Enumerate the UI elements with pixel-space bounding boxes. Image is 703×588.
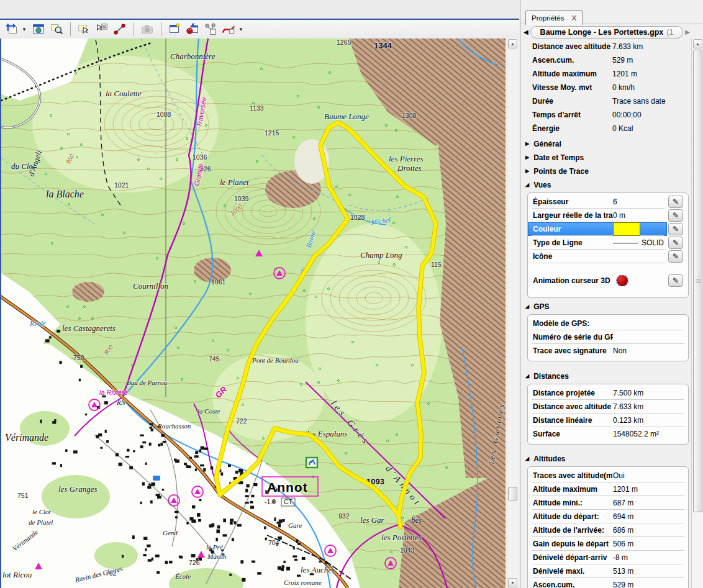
gps-property-row[interactable]: Modèle de GPS: <box>528 317 688 330</box>
section-header-collapsed[interactable]: ▶ Général <box>525 138 681 150</box>
property-row[interactable]: Distance avec altitude 7.633 km <box>527 40 689 53</box>
property-label: Altitude maximum <box>532 70 612 78</box>
gps-property-row[interactable]: Trace avec signature Non <box>528 344 688 358</box>
distance-property-row[interactable]: Distance projetée 7.500 km <box>528 386 688 400</box>
view-property-row[interactable]: Couleur ✎ <box>528 222 688 236</box>
map-label: 745 <box>209 355 220 363</box>
toolbar-separator <box>70 22 71 36</box>
altitude-property-row[interactable]: Altitude maximum 1201 m <box>528 482 688 496</box>
link-windows-tool-button[interactable] <box>202 22 219 37</box>
view-property-row[interactable]: Icône ✎ <box>528 250 688 263</box>
map-label: Martin <box>207 553 227 560</box>
altitude-property-row[interactable]: Dénivelé départ-arriv -8 m <box>528 551 688 564</box>
property-label: Temps d'arrêt <box>532 111 612 119</box>
track-title-pill[interactable]: Baume Longe - Les Portettes.gpx (1 <box>530 26 684 38</box>
altitude-property-row[interactable]: Dénivelé maxi. 513 m <box>528 564 688 578</box>
property-label: Surface <box>533 430 613 438</box>
gps-group: Modèle de GPS: Numéro de série du GPS Tr… <box>527 314 689 361</box>
edit-note-tool-button[interactable] <box>94 22 111 37</box>
map-label: 1215 <box>265 129 279 137</box>
map-label: Pont de Bourdou <box>252 356 299 364</box>
map-label: 1061 <box>211 278 226 286</box>
property-value: 1201 m <box>612 70 684 78</box>
prev-track-button[interactable]: ◀ <box>524 29 528 35</box>
map-scroll-up-button[interactable]: ▲ <box>508 39 517 48</box>
altitude-property-row[interactable]: Traces avec altitude(m) Oui <box>528 469 688 482</box>
property-row[interactable]: Durée Trace sans date <box>527 94 689 108</box>
select-note-tool-button[interactable] <box>76 22 93 37</box>
new-map-window-tool-button[interactable] <box>166 22 183 37</box>
map-label: RN <box>116 399 126 406</box>
view-property-row[interactable]: Type de Ligne SOLID ✎ <box>528 236 688 250</box>
section-header-vues[interactable]: ◢ Vues <box>525 179 551 191</box>
screenshot-tool-button[interactable] <box>139 22 156 37</box>
section-header-gps[interactable]: ◢ GPS <box>525 301 550 312</box>
record-window-tool-button[interactable] <box>184 22 201 37</box>
tab-close-icon[interactable]: X <box>571 14 576 22</box>
distance-property-row[interactable]: Distance linéaire 0.123 km <box>528 414 688 427</box>
altitude-property-row[interactable]: Altitude du départ: 694 m <box>528 510 688 523</box>
panel-scroll-up-button[interactable]: ▲ <box>693 39 702 48</box>
property-value: 694 m <box>613 512 683 521</box>
altitude-property-row[interactable]: Altitude mini.: 687 m <box>528 496 688 510</box>
new-window-icon <box>168 22 181 36</box>
map-label: 1043 <box>400 546 415 554</box>
track-graph-dropdown-icon[interactable]: ▼ <box>238 27 243 32</box>
edit-property-button[interactable]: ✎ <box>668 209 683 222</box>
edit-property-button[interactable]: ✎ <box>668 223 683 235</box>
vues-group: Épaisseur 6 ✎ Largeur réelle de la trace… <box>527 192 689 298</box>
map-label: les Portettes <box>381 533 422 542</box>
line-style-sample <box>613 243 638 243</box>
view-property-row[interactable]: Animation curseur 3D ✎ <box>528 271 688 290</box>
panel-vertical-scrollbar[interactable]: ▲ <box>691 38 703 588</box>
map-label: Gare <box>288 522 302 529</box>
property-row[interactable]: Ascen.cum. 529 m <box>527 53 689 67</box>
property-row[interactable]: Énergie 0 Kcal <box>527 122 689 135</box>
section-header-collapsed[interactable]: ▶ Points de Trace <box>525 166 681 177</box>
edit-property-button[interactable]: ✎ <box>668 196 683 208</box>
map-vertical-scrollbar[interactable]: ▲ ▼ <box>507 38 518 588</box>
map-scrollbar-thumb[interactable] <box>508 487 517 500</box>
property-row[interactable]: Altitude maximum 1201 m <box>527 67 689 81</box>
property-value: 0.123 km <box>613 416 683 425</box>
color-swatch[interactable] <box>613 222 640 236</box>
map-window-tool-button[interactable] <box>30 22 47 37</box>
altitude-property-row[interactable]: Gain depuis le départ 506 m <box>528 537 688 551</box>
section-header-altitudes[interactable]: ◢ Altitudes <box>525 453 566 464</box>
gps-property-row[interactable]: Numéro de série du GPS <box>528 330 688 344</box>
next-track-button[interactable]: ▶ <box>685 29 690 35</box>
property-value: Non <box>613 346 683 355</box>
tab-proprietes[interactable]: Propriétés X <box>525 10 583 25</box>
map-label: les Auches <box>301 565 335 574</box>
edit-property-button[interactable]: ✎ <box>668 250 683 263</box>
properties-panel: Propriétés X ◀ Baume Longe - Les Portett… <box>520 0 703 588</box>
pan-tool-dropdown-icon[interactable]: ▼ <box>22 27 27 32</box>
distance-property-row[interactable]: Surface 1548052.2 m² <box>528 427 688 441</box>
pan-map-tool-button[interactable] <box>4 22 20 37</box>
panel-scrollbar-thumb[interactable] <box>693 50 702 512</box>
cursor-3d-dot-icon <box>617 275 628 286</box>
edit-property-button[interactable]: ✎ <box>668 237 683 249</box>
view-property-row[interactable]: Largeur réelle de la trace 0 m ✎ <box>528 209 688 222</box>
altitude-property-row[interactable]: Altitude de l'arrivée: 686 m <box>528 523 688 537</box>
property-row[interactable]: Vitesse Moy. mvt 0 km/h <box>527 81 689 94</box>
edit-property-button[interactable]: ✎ <box>668 274 683 287</box>
section-header-collapsed[interactable]: ▶ Date et Temps <box>525 152 681 163</box>
map-scroll-down-button[interactable]: ▼ <box>508 578 517 587</box>
altitude-property-row[interactable]: Ascen.cum. 529 m <box>528 578 688 588</box>
property-label: Distance avec altitude <box>532 42 612 51</box>
pencil-icon: ✎ <box>673 212 679 219</box>
view-property-row[interactable]: Épaisseur 6 ✎ <box>528 195 688 209</box>
zoom-note-tool-button[interactable] <box>48 22 65 37</box>
property-label: Numéro de série du GPS <box>533 333 613 341</box>
section-header-distances[interactable]: ◢ Distances <box>525 371 569 382</box>
section-label: Date et Temps <box>533 153 584 162</box>
property-row[interactable]: Temps d'arrêt 00:00:00 <box>527 108 689 122</box>
edit-vertex-tool-button[interactable] <box>112 22 129 37</box>
map-label: 762 <box>106 569 117 577</box>
map-canvas[interactable]: Charbonnière1344la Coulette1088Baume Lon… <box>1 38 506 588</box>
property-label: Vitesse Moy. mvt <box>532 83 612 92</box>
track-graph-tool-button[interactable] <box>220 22 237 37</box>
chevron-expanded-icon: ◢ <box>525 374 529 379</box>
distance-property-row[interactable]: Distance avec altitude 7.633 km <box>528 400 688 414</box>
